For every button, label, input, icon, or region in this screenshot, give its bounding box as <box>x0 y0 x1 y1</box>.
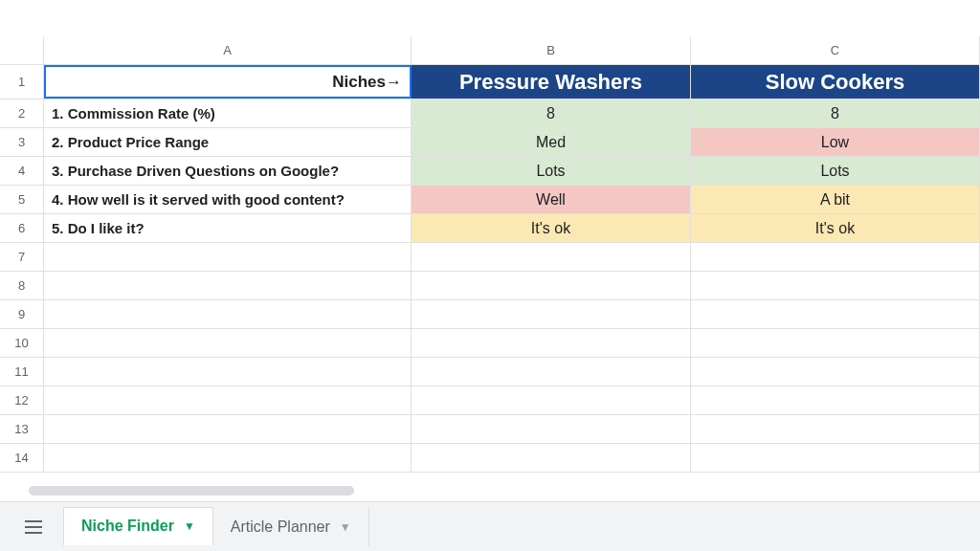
cell-empty[interactable] <box>691 444 980 472</box>
cell-C3[interactable]: Low <box>691 128 980 156</box>
row-header-5[interactable]: 5 <box>0 186 44 213</box>
cell-empty[interactable] <box>412 243 691 271</box>
table-row: 2 1. Commission Rate (%) 8 8 <box>0 99 980 128</box>
cell-B6[interactable]: It's ok <box>412 214 691 242</box>
table-row: 9 <box>0 300 980 329</box>
cell-empty[interactable] <box>691 329 980 357</box>
cell-empty[interactable] <box>44 386 412 414</box>
cell-empty[interactable] <box>412 272 691 299</box>
row-header-10[interactable]: 10 <box>0 329 44 357</box>
cell-empty[interactable] <box>412 300 691 328</box>
cell-empty[interactable] <box>412 444 691 472</box>
cell-C2[interactable]: 8 <box>691 99 980 127</box>
cell-C6[interactable]: It's ok <box>691 214 980 242</box>
chevron-down-icon: ▼ <box>340 520 351 534</box>
cell-empty[interactable] <box>412 358 691 386</box>
cell-empty[interactable] <box>44 444 412 472</box>
cell-empty[interactable] <box>44 329 412 357</box>
table-row: 6 5. Do I like it? It's ok It's ok <box>0 214 980 243</box>
row-header-3[interactable]: 3 <box>0 128 44 156</box>
tab-label: Article Planner <box>231 518 330 536</box>
table-row: 3 2. Product Price Range Med Low <box>0 128 980 157</box>
tab-niche-finder[interactable]: Niche Finder ▼ <box>63 507 213 545</box>
cell-empty[interactable] <box>412 386 691 414</box>
cell-empty[interactable] <box>44 272 412 299</box>
table-row: 1 Niches→ Pressure Washers Slow Cookers <box>0 65 980 99</box>
cell-empty[interactable] <box>44 415 412 443</box>
row-header-9[interactable]: 9 <box>0 300 44 328</box>
cell-C5[interactable]: A bit <box>691 186 980 213</box>
col-header-C[interactable]: C <box>691 36 980 64</box>
col-header-B[interactable]: B <box>412 36 691 64</box>
spreadsheet-grid: A B C 1 Niches→ Pressure Washers Slow Co… <box>0 36 980 551</box>
cell-B3[interactable]: Med <box>412 128 691 156</box>
cell-empty[interactable] <box>691 415 980 443</box>
row-header-6[interactable]: 6 <box>0 214 44 242</box>
tab-label: Niche Finder <box>81 518 174 535</box>
row-header-4[interactable]: 4 <box>0 157 44 185</box>
cell-C4[interactable]: Lots <box>691 157 980 185</box>
hamburger-icon <box>25 520 42 534</box>
cell-empty[interactable] <box>691 358 980 386</box>
cell-empty[interactable] <box>691 272 980 299</box>
chevron-down-icon: ▼ <box>184 519 195 533</box>
table-row: 12 <box>0 386 980 415</box>
cell-empty[interactable] <box>691 300 980 328</box>
horizontal-scrollbar[interactable] <box>29 486 354 496</box>
cell-empty[interactable] <box>691 386 980 414</box>
tab-article-planner[interactable]: Article Planner ▼ <box>213 508 369 546</box>
criterion-label[interactable]: 3. Purchase Driven Questions on Google? <box>44 157 412 185</box>
row-header-11[interactable]: 11 <box>0 358 44 386</box>
cell-empty[interactable] <box>691 243 980 271</box>
col-header-A[interactable]: A <box>44 36 412 64</box>
select-all-corner[interactable] <box>0 36 44 64</box>
row-header-2[interactable]: 2 <box>0 99 44 127</box>
criterion-label[interactable]: 4. How well is it served with good conte… <box>44 186 412 213</box>
cell-C1-niche-header[interactable]: Slow Cookers <box>691 65 980 99</box>
cell-A1-active[interactable]: Niches→ <box>44 65 412 99</box>
table-row: 4 3. Purchase Driven Questions on Google… <box>0 157 980 186</box>
cell-empty[interactable] <box>412 415 691 443</box>
cell-B1-niche-header[interactable]: Pressure Washers <box>412 65 691 99</box>
table-row: 8 <box>0 272 980 300</box>
cell-B5[interactable]: Well <box>412 186 691 213</box>
row-header-1[interactable]: 1 <box>0 65 44 99</box>
row-header-8[interactable]: 8 <box>0 272 44 299</box>
cell-B4[interactable]: Lots <box>412 157 691 185</box>
criterion-label[interactable]: 5. Do I like it? <box>44 214 412 242</box>
criterion-label[interactable]: 2. Product Price Range <box>44 128 412 156</box>
row-header-14[interactable]: 14 <box>0 444 44 472</box>
table-row: 5 4. How well is it served with good con… <box>0 186 980 214</box>
table-row: 10 <box>0 329 980 358</box>
criterion-label[interactable]: 1. Commission Rate (%) <box>44 99 412 127</box>
sheet-tabs-bar: Niche Finder ▼ Article Planner ▼ <box>0 501 980 551</box>
cell-empty[interactable] <box>44 300 412 328</box>
cell-B2[interactable]: 8 <box>412 99 691 127</box>
cell-empty[interactable] <box>44 243 412 271</box>
row-header-13[interactable]: 13 <box>0 415 44 443</box>
cell-empty[interactable] <box>412 329 691 357</box>
table-row: 11 <box>0 358 980 386</box>
table-row: 13 <box>0 415 980 444</box>
table-row: 14 <box>0 444 980 473</box>
grid-body: 1 Niches→ Pressure Washers Slow Cookers … <box>0 65 980 473</box>
table-row: 7 <box>0 243 980 272</box>
all-sheets-button[interactable] <box>17 511 50 543</box>
column-header-row: A B C <box>0 36 980 65</box>
row-header-12[interactable]: 12 <box>0 386 44 414</box>
row-header-7[interactable]: 7 <box>0 243 44 271</box>
cell-empty[interactable] <box>44 358 412 386</box>
